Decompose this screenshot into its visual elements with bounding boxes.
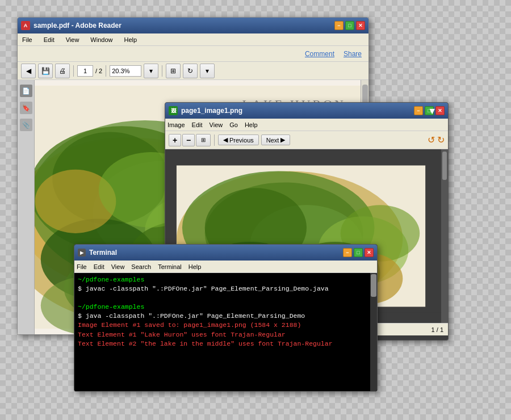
adobe-sidebar-attachments-btn[interactable]: 📎 — [20, 119, 32, 131]
image-viewer-scrollbar[interactable] — [441, 149, 448, 323]
image-menu-image[interactable]: Image — [167, 121, 185, 128]
terminal-close-btn[interactable]: ✕ — [365, 248, 374, 257]
image-viewer-icon: 🖼 — [169, 106, 178, 115]
next-arrow-icon: ▶ — [280, 136, 285, 144]
adobe-window-controls: − □ ✕ — [334, 21, 365, 30]
terminal-titlebar: ▶ Terminal − □ ✕ — [74, 245, 377, 261]
terminal-scrollbar-thumb[interactable] — [371, 274, 376, 297]
image-menu-edit[interactable]: Edit — [192, 121, 203, 128]
terminal-line-8: Text Element #2 "the lake in the middle"… — [78, 339, 374, 348]
image-viewer-titlebar: 🖼 page1_image1.png − □ ✕ ▼ — [165, 103, 448, 119]
adobe-sidebar-pages-btn[interactable]: 📄 — [20, 85, 32, 97]
rotate-controls: ↺ ↻ — [428, 135, 445, 145]
adobe-zoom-dropdown-btn[interactable]: ▾ — [144, 64, 158, 78]
adobe-comment-btn[interactable]: Comment — [305, 50, 334, 58]
toolbar-sep-1 — [73, 65, 74, 77]
toolbar-sep-2 — [106, 65, 106, 77]
terminal-menu-bar: File Edit View Search Terminal Help — [74, 261, 377, 273]
adobe-icon: A — [21, 21, 30, 30]
terminal-content[interactable]: ~/pdfone-examples $ javac -classpath ".:… — [74, 273, 377, 391]
adobe-dropdown2-btn[interactable]: ▾ — [200, 64, 215, 78]
adobe-menu-edit[interactable]: Edit — [41, 35, 57, 44]
image-viewer-close-btn[interactable]: ✕ — [435, 106, 445, 115]
terminal-window: ▶ Terminal − □ ✕ File Edit View Search T… — [74, 244, 378, 392]
terminal-menu-edit[interactable]: Edit — [94, 263, 104, 270]
terminal-line-4: ~/pdfone-examples — [78, 303, 374, 312]
image-viewer-scrollbar-thumb[interactable] — [442, 152, 447, 180]
terminal-menu-view[interactable]: View — [111, 263, 125, 270]
adobe-title: sample.pdf - Adobe Reader — [33, 22, 122, 30]
image-viewer-menu: Image Edit View Go Help — [165, 119, 448, 131]
adobe-save-btn[interactable]: 💾 — [38, 64, 53, 78]
terminal-title: Terminal — [89, 249, 117, 257]
adobe-zoom-input[interactable] — [110, 65, 141, 77]
adobe-menu-bar: File Edit View Window Help — [18, 33, 368, 46]
adobe-print-btn[interactable]: 🖨 — [55, 64, 70, 78]
terminal-line-5: $ java -classpath ".:PDFOne.jar" Page_El… — [78, 312, 374, 321]
terminal-line-1: ~/pdfone-examples — [78, 275, 374, 284]
prev-label: Previous — [229, 137, 254, 144]
image-page-label: 1 / 1 — [432, 326, 443, 333]
adobe-minimize-btn[interactable]: − — [334, 21, 344, 30]
terminal-icon: ▶ — [78, 249, 86, 257]
adobe-menu-help[interactable]: Help — [122, 35, 139, 44]
image-menu-go[interactable]: Go — [229, 121, 238, 128]
rotate-left-btn[interactable]: ↺ — [428, 135, 435, 145]
zoom-controls: + − ⊞ — [169, 134, 211, 146]
adobe-rotate-btn[interactable]: ↻ — [183, 64, 198, 78]
image-viewer-minimize-btn[interactable]: − — [414, 106, 423, 115]
terminal-scrollbar[interactable] — [370, 273, 377, 391]
iv-toolbar-sep — [214, 135, 215, 146]
terminal-menu-file[interactable]: File — [77, 263, 87, 270]
next-btn[interactable]: Next ▶ — [261, 135, 291, 145]
image-menu-help[interactable]: Help — [245, 121, 258, 128]
adobe-page-input[interactable] — [77, 65, 93, 77]
adobe-menu-view[interactable]: View — [64, 35, 82, 44]
zoom-in-btn[interactable]: + — [169, 134, 181, 146]
next-label: Next — [266, 137, 279, 144]
terminal-menu-terminal[interactable]: Terminal — [158, 263, 182, 270]
adobe-share-btn[interactable]: Share — [344, 50, 362, 58]
terminal-minimize-btn[interactable]: − — [343, 248, 352, 257]
image-viewer-title: page1_image1.png — [181, 107, 242, 115]
rotate-right-btn[interactable]: ↻ — [437, 135, 445, 145]
image-menu-view[interactable]: View — [210, 121, 223, 128]
adobe-back-btn[interactable]: ◀ — [21, 64, 36, 78]
terminal-menu-search[interactable]: Search — [131, 263, 151, 270]
adobe-menu-window[interactable]: Window — [88, 35, 115, 44]
terminal-menu-help[interactable]: Help — [189, 263, 202, 270]
terminal-maximize-btn[interactable]: □ — [354, 248, 363, 257]
zoom-out-btn[interactable]: − — [182, 134, 195, 146]
terminal-line-3 — [78, 293, 374, 303]
prev-btn[interactable]: ◀ Previous — [218, 135, 259, 145]
terminal-line-7: Text Element #1 "Lake Huron" uses font T… — [78, 330, 374, 339]
image-viewer-toolbar: + − ⊞ ◀ Previous Next ▶ ↺ ↻ — [165, 131, 448, 149]
adobe-sidebar-bookmarks-btn[interactable]: 🔖 — [20, 102, 32, 114]
adobe-fit-btn[interactable]: ⊞ — [166, 64, 181, 78]
adobe-page-sep: / 2 — [95, 68, 102, 74]
adobe-menu-file[interactable]: File — [20, 35, 35, 44]
adobe-titlebar: A sample.pdf - Adobe Reader − □ ✕ — [18, 18, 368, 33]
adobe-close-btn[interactable]: ✕ — [356, 21, 365, 30]
prev-arrow-icon: ◀ — [223, 136, 228, 144]
terminal-window-controls: − □ ✕ — [343, 248, 374, 257]
terminal-line-2: $ javac -classpath ".:PDFOne.jar" Page_E… — [78, 284, 374, 293]
adobe-comment-share-bar: Comment Share — [18, 46, 368, 62]
adobe-toolbar: ◀ 💾 🖨 / 2 ▾ ⊞ ↻ ▾ — [18, 62, 368, 80]
adobe-sidebar: 📄 🔖 📎 — [18, 80, 35, 334]
adobe-maximize-btn[interactable]: □ — [345, 21, 354, 30]
image-viewer-dropdown-btn[interactable]: ▼ — [428, 106, 437, 116]
fit-btn[interactable]: ⊞ — [196, 134, 211, 146]
terminal-line-6: Image Element #1 saved to: page1_image1.… — [78, 321, 374, 330]
toolbar-sep-3 — [162, 65, 162, 77]
